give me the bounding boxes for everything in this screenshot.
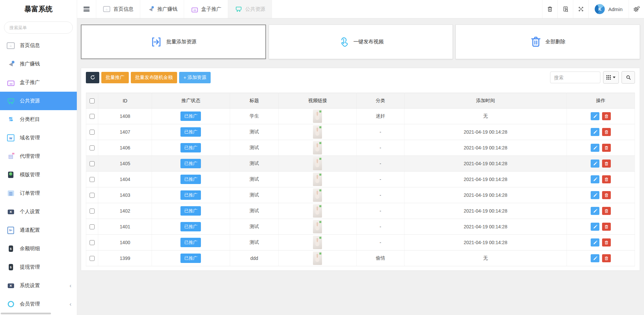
video-thumbnail[interactable] [313, 220, 322, 233]
tab-public-resource[interactable]: 公共资源 [228, 0, 272, 18]
table-search-input[interactable] [550, 72, 600, 83]
batch-promote-button[interactable]: 批量推广 [101, 72, 129, 83]
chevron-down-icon [613, 77, 615, 78]
delete-all-button[interactable]: 全部删除 [455, 25, 640, 59]
fullscreen-icon[interactable] [573, 0, 588, 18]
sidebar-item[interactable]: 订单管理 [0, 184, 77, 203]
cell-time: 2021-04-19 00:14:28 [404, 172, 567, 187]
video-thumbnail[interactable] [313, 109, 322, 123]
sidebar-search-box[interactable] [4, 21, 73, 34]
row-checkbox[interactable] [90, 209, 95, 214]
menu-toggle-icon[interactable] [77, 0, 96, 18]
row-checkbox[interactable] [90, 145, 95, 150]
sidebar-item[interactable]: 域名管理 [0, 129, 77, 147]
row-checkbox[interactable] [90, 256, 95, 261]
status-badge: 已推广 [180, 190, 201, 200]
sidebar-item[interactable]: 公共资源 [0, 92, 77, 110]
edit-button[interactable] [591, 254, 599, 262]
clear-cache-icon[interactable] [557, 0, 573, 18]
tab-promote-earn[interactable]: 推广赚钱 [140, 0, 184, 18]
delete-button[interactable] [602, 128, 611, 136]
tab-box-promote[interactable]: 盒子推广 [184, 0, 228, 18]
edit-button[interactable] [591, 175, 599, 183]
sidebar-item[interactable]: 余额明细 [0, 239, 77, 258]
sidebar-search-input[interactable] [9, 25, 69, 31]
edit-button[interactable] [591, 128, 599, 136]
refresh-icon [90, 75, 95, 80]
edit-button[interactable] [591, 191, 599, 199]
pencil-icon [593, 193, 597, 197]
column-header-actions: 操作 [567, 93, 635, 108]
edit-button[interactable] [591, 223, 599, 231]
sidebar-item[interactable]: 推广赚钱 [0, 55, 77, 73]
sidebar-item[interactable]: 分类栏目 [0, 110, 77, 129]
video-thumbnail[interactable] [313, 236, 322, 249]
table-search-button[interactable] [622, 71, 635, 84]
batch-publish-random-button[interactable]: 批量发布随机金额 [131, 72, 177, 83]
edit-button[interactable] [591, 112, 599, 120]
sidebar-scrollbar[interactable] [1, 313, 51, 314]
select-all-checkbox[interactable] [90, 98, 95, 103]
sidebar-item[interactable]: 个人设置 [0, 203, 77, 221]
delete-button[interactable] [602, 191, 611, 199]
row-checkbox[interactable] [90, 161, 95, 166]
table-card: 批量推广 批量发布随机金额 +添加资源 [81, 68, 640, 271]
row-checkbox[interactable] [90, 114, 95, 119]
delete-button[interactable] [602, 144, 611, 152]
video-thumbnail[interactable] [313, 252, 322, 265]
cell-category: 迷奸 [357, 108, 404, 124]
sidebar-item[interactable]: 模版管理 [0, 166, 77, 184]
sidebar-item[interactable]: 盒子推广 [0, 73, 77, 92]
user-menu[interactable]: K Admin [588, 0, 629, 18]
delete-button[interactable] [602, 175, 611, 183]
pencil-icon [593, 209, 597, 213]
cell-category: - [357, 156, 404, 172]
video-thumbnail[interactable] [313, 125, 322, 139]
video-thumbnail[interactable] [313, 188, 322, 202]
sidebar-item[interactable]: 首页信息 [0, 36, 77, 55]
quick-action-label: 全部删除 [545, 39, 566, 45]
cell-id: 1402 [98, 203, 152, 219]
refresh-button[interactable] [86, 72, 99, 83]
video-thumbnail[interactable] [313, 173, 322, 186]
add-resource-button[interactable]: +添加资源 [179, 72, 211, 83]
sidebar-item[interactable]: 提现管理 [0, 258, 77, 276]
row-checkbox[interactable] [90, 177, 95, 182]
user-name: Admin [608, 6, 623, 12]
trash-icon [604, 225, 608, 229]
video-thumbnail[interactable] [313, 141, 322, 154]
one-tap-publish-button[interactable]: 一键发布视频 [269, 25, 453, 59]
columns-toggle-button[interactable] [603, 71, 619, 84]
public-resource-icon [7, 97, 15, 105]
edit-button[interactable] [591, 238, 599, 246]
edit-button[interactable] [591, 160, 599, 168]
delete-button[interactable] [602, 238, 611, 246]
sidebar-item[interactable]: 代理管理 [0, 147, 77, 166]
video-thumbnail[interactable] [313, 157, 322, 170]
row-checkbox[interactable] [90, 240, 95, 245]
cell-category: - [357, 124, 404, 140]
trash-icon[interactable] [542, 0, 557, 18]
row-checkbox[interactable] [90, 130, 95, 135]
cell-title: 测试 [230, 235, 279, 251]
status-badge: 已推广 [180, 127, 201, 137]
row-checkbox[interactable] [90, 224, 95, 229]
sidebar-item[interactable]: 会员管理 [0, 295, 77, 313]
row-checkbox[interactable] [90, 193, 95, 198]
video-thumbnail[interactable] [313, 204, 322, 218]
tab-home-info[interactable]: 首页信息 [96, 0, 140, 18]
table-header-row: ID 推广状态 标题 视频链接 分类 添加时间 操作 [86, 93, 635, 108]
app-title: 暴富系统 [0, 0, 77, 17]
edit-button[interactable] [591, 207, 599, 215]
batch-add-resource-button[interactable]: 批量添加资源 [81, 25, 266, 59]
delete-button[interactable] [602, 223, 611, 231]
delete-button[interactable] [602, 160, 611, 168]
cell-time: 无 [404, 108, 567, 124]
settings-gears-icon[interactable] [629, 0, 644, 18]
edit-button[interactable] [591, 144, 599, 152]
sidebar-item[interactable]: 通道配置 [0, 221, 77, 239]
delete-button[interactable] [602, 112, 611, 120]
delete-button[interactable] [602, 254, 611, 262]
sidebar-item[interactable]: 系统设置 [0, 276, 77, 295]
delete-button[interactable] [602, 207, 611, 215]
